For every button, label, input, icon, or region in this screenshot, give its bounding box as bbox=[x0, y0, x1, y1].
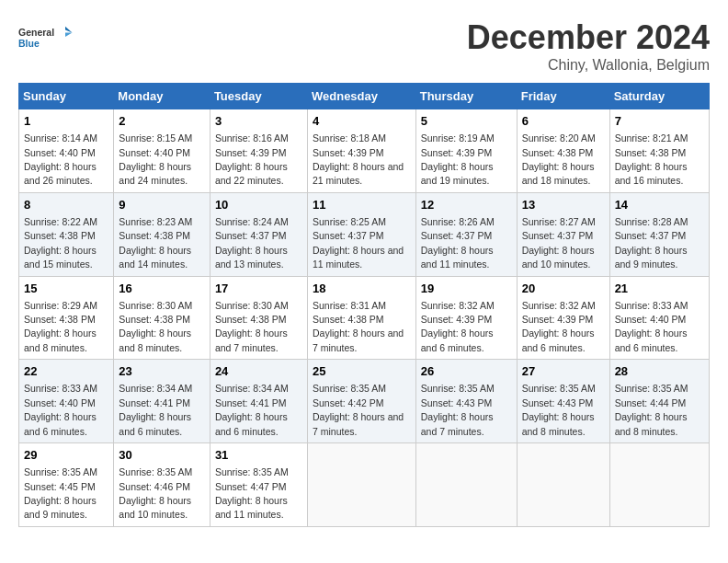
day-number: 25 bbox=[313, 363, 411, 380]
day-number: 6 bbox=[522, 113, 605, 130]
sunrise-text: Sunrise: 8:30 AM bbox=[119, 300, 192, 311]
day-number: 14 bbox=[615, 197, 704, 213]
daylight-text: Daylight: 8 hours and 21 minutes. bbox=[313, 161, 404, 186]
day-number: 20 bbox=[522, 281, 605, 297]
sunset-text: Sunset: 4:40 PM bbox=[24, 147, 96, 158]
sunrise-text: Sunrise: 8:32 AM bbox=[421, 300, 495, 311]
day-number: 2 bbox=[119, 113, 205, 130]
daylight-text: Daylight: 8 hours and 24 minutes. bbox=[119, 161, 191, 186]
header-sunday: Sunday bbox=[19, 84, 114, 109]
sunset-text: Sunset: 4:37 PM bbox=[313, 230, 384, 241]
day-number: 5 bbox=[421, 113, 512, 130]
sunset-text: Sunset: 4:41 PM bbox=[215, 397, 287, 408]
day-number: 10 bbox=[215, 197, 302, 213]
sunrise-text: Sunrise: 8:26 AM bbox=[421, 216, 495, 227]
daylight-text: Daylight: 8 hours and 11 minutes. bbox=[313, 245, 404, 270]
svg-text:Blue: Blue bbox=[18, 38, 40, 49]
sunset-text: Sunset: 4:39 PM bbox=[421, 314, 493, 325]
table-row: 12 Sunrise: 8:26 AM Sunset: 4:37 PM Dayl… bbox=[415, 192, 517, 276]
table-row: 14 Sunrise: 8:28 AM Sunset: 4:37 PM Dayl… bbox=[609, 192, 709, 276]
sunrise-text: Sunrise: 8:35 AM bbox=[215, 466, 289, 477]
header-saturday: Saturday bbox=[609, 84, 709, 109]
day-number: 31 bbox=[215, 447, 302, 464]
sunset-text: Sunset: 4:37 PM bbox=[421, 230, 493, 241]
day-number: 3 bbox=[215, 113, 302, 130]
day-number: 16 bbox=[119, 281, 205, 297]
table-row: 26 Sunrise: 8:35 AM Sunset: 4:43 PM Dayl… bbox=[415, 360, 517, 443]
day-number: 26 bbox=[421, 363, 512, 380]
table-row: 17 Sunrise: 8:30 AM Sunset: 4:38 PM Dayl… bbox=[210, 276, 307, 360]
daylight-text: Daylight: 8 hours and 6 minutes. bbox=[215, 411, 288, 436]
day-number: 4 bbox=[313, 113, 411, 130]
sunrise-text: Sunrise: 8:35 AM bbox=[615, 383, 688, 394]
sunset-text: Sunset: 4:37 PM bbox=[215, 230, 287, 241]
sunrise-text: Sunrise: 8:33 AM bbox=[615, 300, 688, 311]
sunrise-text: Sunrise: 8:15 AM bbox=[119, 132, 192, 144]
sunset-text: Sunset: 4:43 PM bbox=[522, 397, 594, 408]
table-row: 1 Sunrise: 8:14 AM Sunset: 4:40 PM Dayli… bbox=[19, 109, 114, 193]
daylight-text: Daylight: 8 hours and 22 minutes. bbox=[215, 161, 288, 186]
sunrise-text: Sunrise: 8:35 AM bbox=[24, 466, 97, 477]
sunrise-text: Sunrise: 8:20 AM bbox=[522, 132, 596, 144]
daylight-text: Daylight: 8 hours and 11 minutes. bbox=[421, 245, 494, 270]
sunrise-text: Sunrise: 8:19 AM bbox=[421, 132, 495, 144]
sunset-text: Sunset: 4:38 PM bbox=[215, 314, 287, 325]
page-header: General Blue December 2024 Chiny, Wallon… bbox=[18, 18, 710, 74]
sunrise-text: Sunrise: 8:14 AM bbox=[24, 132, 97, 144]
sunset-text: Sunset: 4:39 PM bbox=[522, 314, 594, 325]
daylight-text: Daylight: 8 hours and 6 minutes. bbox=[615, 327, 688, 352]
table-row: 4 Sunrise: 8:18 AM Sunset: 4:39 PM Dayli… bbox=[307, 109, 415, 193]
day-number: 11 bbox=[313, 197, 411, 213]
sunset-text: Sunset: 4:40 PM bbox=[119, 147, 190, 158]
header-thursday: Thursday bbox=[415, 84, 517, 109]
sunrise-text: Sunrise: 8:35 AM bbox=[313, 383, 386, 394]
sunset-text: Sunset: 4:39 PM bbox=[421, 147, 493, 158]
sunset-text: Sunset: 4:41 PM bbox=[119, 397, 190, 408]
table-row: 15 Sunrise: 8:29 AM Sunset: 4:38 PM Dayl… bbox=[19, 276, 114, 360]
daylight-text: Daylight: 8 hours and 13 minutes. bbox=[215, 245, 288, 270]
daylight-text: Daylight: 8 hours and 6 minutes. bbox=[522, 327, 595, 352]
table-row: 2 Sunrise: 8:15 AM Sunset: 4:40 PM Dayli… bbox=[114, 109, 210, 193]
sunset-text: Sunset: 4:45 PM bbox=[24, 481, 96, 492]
svg-text:General: General bbox=[18, 27, 54, 38]
daylight-text: Daylight: 8 hours and 15 minutes. bbox=[24, 245, 97, 270]
daylight-text: Daylight: 8 hours and 14 minutes. bbox=[119, 245, 191, 270]
table-row: 7 Sunrise: 8:21 AM Sunset: 4:38 PM Dayli… bbox=[609, 109, 709, 193]
sunset-text: Sunset: 4:38 PM bbox=[119, 314, 190, 325]
sunrise-text: Sunrise: 8:28 AM bbox=[615, 216, 688, 227]
sunset-text: Sunset: 4:38 PM bbox=[615, 147, 687, 158]
sunset-text: Sunset: 4:42 PM bbox=[313, 397, 384, 408]
table-row: 25 Sunrise: 8:35 AM Sunset: 4:42 PM Dayl… bbox=[307, 360, 415, 443]
day-number: 21 bbox=[615, 281, 704, 297]
sunset-text: Sunset: 4:37 PM bbox=[615, 230, 687, 241]
daylight-text: Daylight: 8 hours and 19 minutes. bbox=[421, 161, 494, 186]
day-number: 9 bbox=[119, 197, 205, 213]
calendar-title: December 2024 bbox=[467, 18, 710, 57]
table-row: 3 Sunrise: 8:16 AM Sunset: 4:39 PM Dayli… bbox=[210, 109, 307, 193]
sunrise-text: Sunrise: 8:22 AM bbox=[24, 216, 97, 227]
table-row: 21 Sunrise: 8:33 AM Sunset: 4:40 PM Dayl… bbox=[609, 276, 709, 360]
daylight-text: Daylight: 8 hours and 9 minutes. bbox=[615, 245, 688, 270]
table-row: 10 Sunrise: 8:24 AM Sunset: 4:37 PM Dayl… bbox=[210, 192, 307, 276]
sunset-text: Sunset: 4:39 PM bbox=[313, 147, 384, 158]
sunset-text: Sunset: 4:38 PM bbox=[119, 230, 190, 241]
calendar-table: Sunday Monday Tuesday Wednesday Thursday… bbox=[18, 83, 710, 527]
day-number: 12 bbox=[421, 197, 512, 213]
calendar-header: Sunday Monday Tuesday Wednesday Thursday… bbox=[19, 84, 710, 109]
table-row: 29 Sunrise: 8:35 AM Sunset: 4:45 PM Dayl… bbox=[19, 443, 114, 527]
sunset-text: Sunset: 4:38 PM bbox=[313, 314, 384, 325]
daylight-text: Daylight: 8 hours and 10 minutes. bbox=[522, 245, 595, 270]
sunrise-text: Sunrise: 8:21 AM bbox=[615, 132, 688, 144]
day-number: 8 bbox=[24, 197, 108, 213]
sunrise-text: Sunrise: 8:34 AM bbox=[215, 383, 289, 394]
table-row: 16 Sunrise: 8:30 AM Sunset: 4:38 PM Dayl… bbox=[114, 276, 210, 360]
daylight-text: Daylight: 8 hours and 6 minutes. bbox=[421, 327, 494, 352]
day-number: 24 bbox=[215, 363, 302, 380]
daylight-text: Daylight: 8 hours and 10 minutes. bbox=[119, 495, 191, 520]
day-number: 17 bbox=[215, 281, 302, 297]
day-number: 18 bbox=[313, 281, 411, 297]
sunrise-text: Sunrise: 8:34 AM bbox=[119, 383, 192, 394]
header-wednesday: Wednesday bbox=[307, 84, 415, 109]
calendar-body: 1 Sunrise: 8:14 AM Sunset: 4:40 PM Dayli… bbox=[19, 109, 710, 527]
day-number: 1 bbox=[24, 113, 108, 130]
